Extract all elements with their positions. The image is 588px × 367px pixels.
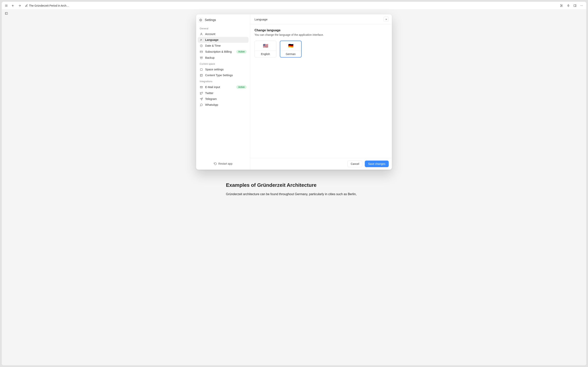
svg-rect-25 [200,57,202,57]
svg-rect-28 [200,74,202,76]
page-tab[interactable]: The Gründerzeit Period in Arch… [24,3,71,8]
clock-icon [200,44,203,47]
sidebar-item-label: Date & Time [205,44,247,47]
close-icon [385,18,387,21]
nav-forward-icon[interactable] [17,3,22,8]
flag-de-icon: 🇩🇪 [280,41,301,51]
svg-point-8 [561,4,561,5]
status-badge: Active [236,50,247,53]
save-button[interactable]: Save changes [365,161,389,167]
status-badge: Active [236,85,247,89]
change-language-desc: You can change the language of the appli… [254,33,387,36]
sidebar-item-whatsapp[interactable]: WhatsApp [198,102,249,108]
svg-point-21 [201,33,202,34]
section-integrations-label: Integrations [198,78,249,84]
sidebar-item-telegram[interactable]: Telegram [198,96,249,102]
svg-point-15 [580,5,581,6]
svg-line-11 [562,6,563,7]
svg-rect-13 [574,4,576,7]
restart-app-label: Restart app [218,162,232,165]
page-tab-title: The Gründerzeit Period in Arch… [29,4,69,7]
app-window: The Gründerzeit Period in Arch… by a sig… [1,1,587,366]
archive-icon [200,56,203,59]
user-icon [200,33,203,36]
cancel-button[interactable]: Cancel [347,161,363,167]
more-icon[interactable] [579,3,584,8]
svg-point-16 [581,5,582,6]
svg-point-17 [582,5,583,6]
sidebar-item-label: Space settings [205,68,247,71]
sidebar-item-label: Account [205,33,247,36]
pin-icon[interactable] [566,3,571,8]
gear-icon [198,17,203,23]
whatsapp-icon [200,103,203,106]
credit-card-icon [200,50,203,53]
square-icon [200,68,203,71]
flag-us-icon: 🇺🇸 [255,41,276,51]
settings-panel-title: Language [254,18,384,21]
svg-rect-27 [200,68,202,70]
sidebar-item-space-settings[interactable]: Space settings [198,67,249,72]
sidebar-item-label: Content Type Settings [205,74,247,77]
menu-list-icon[interactable] [4,3,9,8]
sidebar-item-label: Backup [205,56,247,59]
twitter-icon [200,92,203,95]
sidebar-item-label: Telegram [205,97,247,100]
sidebar-item-label: WhatsApp [205,103,247,106]
section-general-label: General [198,25,249,31]
language-label: German [280,51,301,57]
settings-panel-body: Change language You can change the langu… [250,24,392,158]
nav-back-icon[interactable] [10,3,16,8]
sidebar-item-subscription[interactable]: Subscription & Billing Active [198,49,249,55]
sidebar-item-content-type[interactable]: Content Type Settings [198,72,249,78]
settings-panel-footer: Cancel Save changes [250,158,392,169]
settings-main: Language Change language You can change … [250,14,392,169]
language-label: English [255,51,276,57]
settings-title-label: Settings [205,18,216,22]
sidebar-item-label: Subscription & Billing [205,50,234,53]
restart-app-button[interactable]: Restart app [212,161,234,167]
section-current-space-label: Current space [198,61,249,67]
sidebar-item-twitter[interactable]: Twitter [198,90,249,96]
sidebar-item-label: Twitter [205,92,247,95]
settings-title: Settings [198,17,249,25]
sidebar-item-date-time[interactable]: Date & Time [198,43,249,49]
language-option-german[interactable]: 🇩🇪 German [280,41,302,58]
settings-sidebar: Settings General Account Language [196,14,250,169]
restart-icon [214,162,217,165]
sidebar-item-language[interactable]: Language [198,37,249,43]
svg-rect-23 [200,51,203,53]
panel-right-icon[interactable] [572,3,578,8]
close-button[interactable] [384,17,389,22]
language-options: 🇺🇸 English 🇩🇪 German [254,41,387,58]
language-option-english[interactable]: 🇺🇸 English [254,41,276,58]
cut-icon[interactable] [559,3,564,8]
sidebar-item-email[interactable]: E-Mail input Active [198,84,249,90]
sidebar-item-account[interactable]: Account [198,31,249,37]
modal-overlay[interactable]: Settings General Account Language [2,9,586,365]
mail-icon [200,85,203,89]
change-language-title: Change language [254,29,387,32]
sidebar-item-backup[interactable]: Backup [198,55,249,61]
topbar: The Gründerzeit Period in Arch… [2,2,586,9]
sidebar-item-label: E-Mail input [205,85,234,89]
svg-point-20 [200,20,201,20]
layout-icon [200,74,203,77]
settings-panel-header: Language [250,14,392,24]
sidebar-item-label: Language [205,38,247,42]
svg-point-9 [561,6,561,7]
edit-note-icon [25,4,28,7]
telegram-icon [200,97,203,100]
language-icon [200,38,203,42]
svg-line-12 [561,5,562,6]
settings-modal: Settings General Account Language [196,14,392,170]
